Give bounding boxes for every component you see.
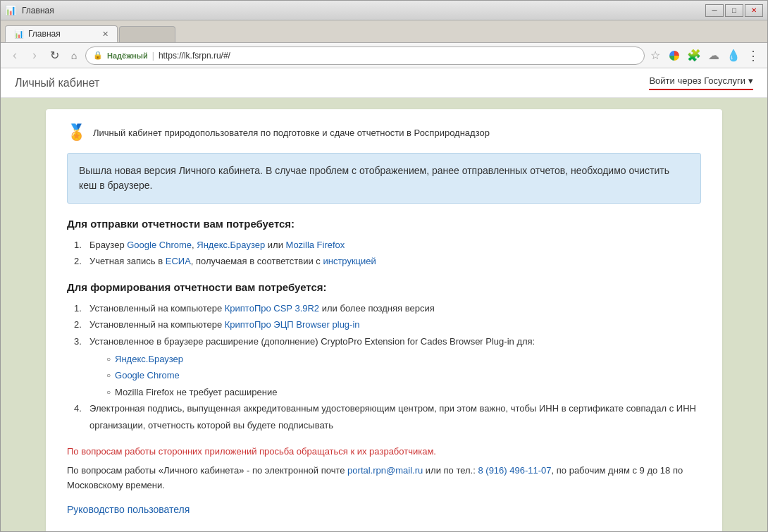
firefox-no-ext-text: Mozilla Firefox не требует расширение [115,384,277,400]
chrome-apps-icon[interactable] [666,47,683,64]
list-item: 2. Учетная запись в ЕСИА, получаемая в с… [74,253,701,269]
banner-text: Вышла новая версия Личного кабинета. В с… [79,163,689,193]
gosuslugi-label: Войти через Госуслуги [649,75,745,86]
contact-line-2: По вопросам работы «Личного кабинета» - … [67,464,701,493]
secure-badge: Надёжный [107,51,148,60]
item-number: 1. [74,237,85,253]
cryptopro-ecp-link[interactable]: КриптоПро ЭЦП Browser plug-in [225,319,360,330]
section1-title: Для отправки отчетности вам потребуется: [67,218,701,230]
firefox-link[interactable]: Mozilla Firefox [286,240,345,250]
active-tab[interactable]: 📊 Главная ✕ [5,25,118,42]
tab-chart-icon: 📊 [14,30,24,39]
email-link[interactable]: portal.rpn@mail.ru [347,465,423,476]
list-item: 4. Электронная подпись, выпущенная аккре… [74,400,701,433]
item-text: Учетная запись в ЕСИА, получаемая в соот… [89,253,376,269]
site-title: Личный кабинет [15,77,99,89]
esia-link[interactable]: ЕСИА [166,256,191,266]
google-chrome-ext-link[interactable]: Google Chrome [115,367,180,383]
item-text: Браузер Google Chrome, Яндекс.Браузер ил… [89,237,345,253]
nav-right-icons: 🧩 ☁ 💧 ⋮ [666,47,762,64]
title-bar: 📊 Главная ─ □ ✕ [1,1,767,20]
gosuslugi-login-button[interactable]: Войти через Госуслуги ▾ [649,75,753,90]
item-text: Электронная подпись, выпущенная аккредит… [89,400,701,433]
list-item: 2. Установленный на компьютере КриптоПро… [74,316,701,333]
phone-number: 8 (916) 496-11-07 [478,465,551,476]
lock-icon: 🔒 [93,51,103,60]
badge-emblem-icon: 🏅 [67,123,86,142]
active-tab-label: Главная [28,29,61,39]
chrome-circle-icon [669,51,679,61]
item-number: 3. [74,333,85,401]
yandex-browser-link[interactable]: Яндекс.Браузер [197,240,265,250]
user-guide-link[interactable]: Руководство пользователя [67,504,190,515]
sub-list-item: Mozilla Firefox не требует расширение [106,384,535,400]
home-button[interactable]: ⌂ [66,47,82,64]
info-banner: Вышла новая версия Личного кабинета. В с… [67,153,701,204]
item-number: 4. [74,400,85,433]
contact2-middle: или по тел.: [423,465,478,476]
window-title: Главная [22,6,54,16]
page-description: Личный кабинет природопользователя по по… [93,128,490,138]
site-header: Личный кабинет Войти через Госуслуги ▾ [1,68,767,98]
instruction-link[interactable]: инструкцией [323,256,376,266]
maximize-button[interactable]: □ [725,4,743,17]
list-item: 1. Браузер Google Chrome, Яндекс.Браузер… [74,237,701,253]
contact2-prefix: По вопросам работы «Личного кабинета» - … [67,465,347,476]
list-item: 3. Установленное в браузере расширение (… [74,333,701,401]
yandex-browser-ext-link[interactable]: Яндекс.Браузер [115,351,183,367]
url-text[interactable]: https://lk.fsrpn.ru/#/ [159,51,637,61]
menu-icon[interactable]: ⋮ [745,47,762,64]
main-card: 🏅 Личный кабинет природопользователя по … [46,109,722,531]
item-number: 1. [74,300,85,316]
extensions-icon[interactable]: 🧩 [686,47,702,64]
nav-bar: ‹ › ↻ ⌂ 🔒 Надёжный | https://lk.fsrpn.ru… [1,43,767,68]
section2-list: 1. Установленный на компьютере КриптоПро… [67,300,701,433]
item-text: Установленный на компьютере КриптоПро ЭЦ… [89,316,360,333]
sub-list-item: Google Chrome [106,367,535,383]
tab-bar: 📊 Главная ✕ [1,20,767,43]
window-controls: ─ □ ✕ [705,4,763,17]
inactive-tab[interactable] [119,26,175,42]
sub-list-item: Яндекс.Браузер [106,351,535,367]
bookmark-star-icon[interactable]: ☆ [648,49,663,62]
section2-title: Для формирования отчетности вам потребуе… [67,281,701,293]
refresh-button[interactable]: ↻ [46,47,63,64]
window-icon: 📊 [5,5,16,16]
url-separator: | [152,51,154,61]
google-chrome-link[interactable]: Google Chrome [127,240,192,250]
item-text: Установленное в браузере расширение (доп… [89,333,535,401]
sub-list: Яндекс.Браузер Google Chrome Mozilla Fir… [89,351,535,400]
tab-close-icon[interactable]: ✕ [102,30,109,39]
cloud-icon[interactable]: ☁ [705,47,722,64]
minimize-button[interactable]: ─ [705,4,724,17]
close-button[interactable]: ✕ [745,4,763,17]
item-text: Установленный на компьютере КриптоПро CS… [89,300,435,316]
gosuslugi-arrow-icon: ▾ [748,75,753,86]
forward-button[interactable]: › [26,47,43,64]
cryptopro-csp-link[interactable]: КриптоПро CSP 3.9R2 [225,303,319,314]
contact-line-1: По вопросам работы сторонних приложений … [67,445,701,459]
item-number: 2. [74,316,85,333]
page-header-row: 🏅 Личный кабинет природопользователя по … [67,123,701,142]
water-drop-icon[interactable]: 💧 [725,47,742,64]
back-button[interactable]: ‹ [6,47,23,64]
address-bar[interactable]: 🔒 Надёжный | https://lk.fsrpn.ru/#/ [85,47,645,65]
item-number: 2. [74,253,85,269]
section1-list: 1. Браузер Google Chrome, Яндекс.Браузер… [67,237,701,270]
page-content: Личный кабинет Войти через Госуслуги ▾ 🏅… [1,68,767,531]
list-item: 1. Установленный на компьютере КриптоПро… [74,300,701,316]
